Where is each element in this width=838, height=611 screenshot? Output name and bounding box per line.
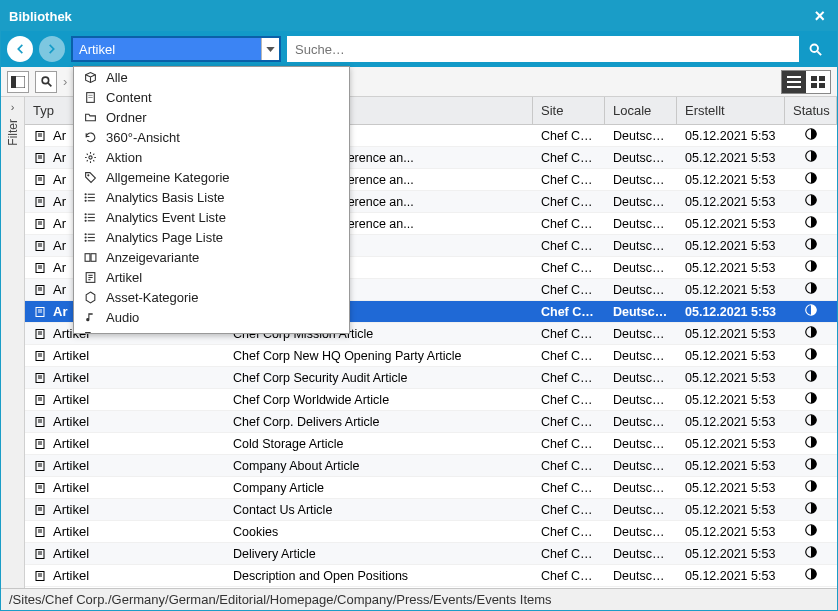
status-icon <box>804 413 818 430</box>
main-toolbar <box>1 31 837 67</box>
cell-site: Chef Corp. <box>533 459 605 473</box>
dropdown-item[interactable]: Content <box>74 87 349 107</box>
search-input[interactable] <box>287 36 799 62</box>
cell-locale: Deutsch (... <box>605 173 677 187</box>
dropdown-item[interactable]: Audio <box>74 307 349 327</box>
cell-locale: Deutsch (... <box>605 151 677 165</box>
search-icon[interactable] <box>799 36 831 62</box>
cell-site: Chef Corp. <box>533 327 605 341</box>
cell-locale: Deutsch (... <box>605 129 677 143</box>
status-icon <box>804 457 818 474</box>
status-icon <box>804 281 818 298</box>
list-icon <box>82 231 98 244</box>
dropdown-item[interactable]: Ordner <box>74 107 349 127</box>
table-row[interactable]: ArtikelCookiesChef Corp.Deutsch (...05.1… <box>25 521 837 543</box>
filter-rail[interactable]: › Filter <box>1 97 25 588</box>
dropdown-item[interactable]: Asset-Kategorie <box>74 287 349 307</box>
table-row[interactable]: ArtikelCompany About ArticleChef Corp.De… <box>25 455 837 477</box>
table-row[interactable]: ArtikelChef Corp. Delivers ArticleChef C… <box>25 411 837 433</box>
cell-site: Chef Corp. <box>533 195 605 209</box>
cell-locale: Deutsch (... <box>605 415 677 429</box>
dropdown-item-label: Allgemeine Kategorie <box>106 170 230 185</box>
table-row[interactable]: ArtikelChef Corp New HQ Opening Party Ar… <box>25 345 837 367</box>
article-icon <box>33 371 47 385</box>
search-panel-icon[interactable] <box>35 71 57 93</box>
cell-site: Chef Corp. <box>533 525 605 539</box>
dropdown-item[interactable]: Aktion <box>74 147 349 167</box>
status-icon <box>804 149 818 166</box>
cell-site: Chef Corp. <box>533 393 605 407</box>
dropdown-item[interactable]: Alle <box>74 67 349 87</box>
svg-point-0 <box>810 44 818 52</box>
cell-erstellt: 05.12.2021 5:53 <box>677 437 785 451</box>
cell-site: Chef Corp. <box>533 349 605 363</box>
table-row[interactable]: ArtikelContact Us ArticleChef Corp.Deuts… <box>25 499 837 521</box>
table-row[interactable]: ArtikelCompany ArticleChef Corp.Deutsch … <box>25 477 837 499</box>
list-view-button[interactable] <box>782 71 806 93</box>
dropdown-item-label: Asset-Kategorie <box>106 290 199 305</box>
grid-view-button[interactable] <box>806 71 830 93</box>
cell-locale: Deutsch (... <box>605 283 677 297</box>
dropdown-item-label: Analytics Basis Liste <box>106 190 225 205</box>
cell-locale: Deutsch (... <box>605 195 677 209</box>
table-row[interactable]: ArtikelDescription and Open PositionsChe… <box>25 565 837 587</box>
column-header-status[interactable]: Status <box>785 97 837 124</box>
table-row[interactable]: ArtikelDelivery ArticleChef Corp.Deutsch… <box>25 543 837 565</box>
type-filter-input[interactable] <box>73 38 261 60</box>
table-row[interactable]: ArtikelChef Corp Worldwide ArticleChef C… <box>25 389 837 411</box>
cell-typ: Ar <box>53 304 67 319</box>
svg-rect-11 <box>787 86 801 88</box>
cell-typ: Ar <box>53 128 66 143</box>
list-icon <box>82 211 98 224</box>
cell-name: Cold Storage Article <box>225 437 533 451</box>
column-header-erstellt[interactable]: Erstellt <box>677 97 785 124</box>
cell-name: Cookies <box>225 525 533 539</box>
cell-locale: Deutsch (... <box>605 217 677 231</box>
gear-icon <box>82 151 98 164</box>
dropdown-item[interactable]: Analytics Basis Liste <box>74 187 349 207</box>
table-row[interactable]: ArtikelCold Storage ArticleChef Corp.Deu… <box>25 433 837 455</box>
status-icon <box>804 523 818 540</box>
dropdown-item[interactable]: Augmentierte Kategorie <box>74 327 349 333</box>
svg-line-5 <box>48 83 51 86</box>
dropdown-item[interactable]: Artikel <box>74 267 349 287</box>
svg-point-122 <box>85 240 86 241</box>
cell-erstellt: 05.12.2021 5:53 <box>677 239 785 253</box>
cell-name: Contact Us Article <box>225 503 533 517</box>
panel-toggle-icon[interactable] <box>7 71 29 93</box>
type-filter-dropdown-toggle[interactable] <box>261 38 279 60</box>
cell-name: Chef Corp Worldwide Article <box>225 393 533 407</box>
cell-locale: Deutsch (... <box>605 525 677 539</box>
type-filter-dropdown: AlleContentOrdner360°-AnsichtAktionAllge… <box>73 66 350 334</box>
svg-point-4 <box>42 77 49 84</box>
titlebar[interactable]: Bibliothek × <box>1 1 837 31</box>
article-icon <box>33 305 47 319</box>
article-icon <box>33 239 47 253</box>
dropdown-item[interactable]: Allgemeine Kategorie <box>74 167 349 187</box>
cell-locale: Deutsch (... <box>605 239 677 253</box>
cell-site: Chef Corp. <box>533 261 605 275</box>
cell-typ: Artikel <box>53 370 89 385</box>
dropdown-item[interactable]: Analytics Page Liste <box>74 227 349 247</box>
chevron-right-icon: › <box>11 101 15 113</box>
type-filter-combo[interactable] <box>71 36 281 62</box>
window-title: Bibliothek <box>9 9 72 24</box>
article-icon <box>33 503 47 517</box>
cell-site: Chef Corp. <box>533 547 605 561</box>
dropdown-item[interactable]: Analytics Event Liste <box>74 207 349 227</box>
column-header-site[interactable]: Site <box>533 97 605 124</box>
nav-forward-button[interactable] <box>39 36 65 62</box>
table-row[interactable]: ArtikelChef Corp Security Audit ArticleC… <box>25 367 837 389</box>
dropdown-item[interactable]: Anzeigevariante <box>74 247 349 267</box>
article-icon <box>33 437 47 451</box>
column-header-locale[interactable]: Locale <box>605 97 677 124</box>
dropdown-list[interactable]: AlleContentOrdner360°-AnsichtAktionAllge… <box>74 67 349 333</box>
article-icon <box>33 283 47 297</box>
cell-locale: Deutsch (... <box>605 481 677 495</box>
dropdown-item-label: Analytics Page Liste <box>106 230 223 245</box>
close-icon[interactable]: × <box>810 6 829 27</box>
dropdown-item[interactable]: 360°-Ansicht <box>74 127 349 147</box>
nav-back-button[interactable] <box>7 36 33 62</box>
status-icon <box>804 567 818 584</box>
cell-site: Chef Corp. <box>533 481 605 495</box>
